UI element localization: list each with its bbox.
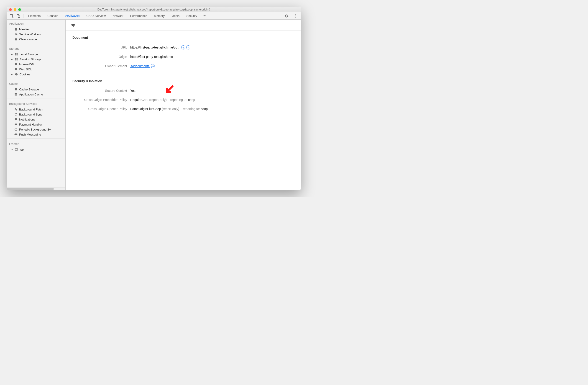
svg-rect-24 bbox=[16, 95, 17, 96]
svg-rect-13 bbox=[17, 60, 18, 61]
grid-icon bbox=[15, 57, 18, 61]
tab-console[interactable]: Console bbox=[44, 12, 62, 19]
copy-icon[interactable]: ⊖ bbox=[181, 45, 185, 49]
sidebar-item-manifest[interactable]: Manifest bbox=[7, 27, 65, 32]
sidebar-item-top-frame[interactable]: ▼ top bbox=[7, 147, 65, 152]
reveal-icon[interactable]: ⇅ bbox=[186, 45, 190, 49]
chevron-down-icon: ▼ bbox=[11, 148, 13, 151]
section-title-cache: Cache bbox=[7, 80, 65, 87]
svg-rect-8 bbox=[15, 54, 16, 56]
close-window-button[interactable] bbox=[9, 8, 12, 11]
maximize-window-button[interactable] bbox=[18, 8, 21, 11]
sidebar-item-periodic-sync[interactable]: Periodic Background Syn bbox=[7, 127, 65, 132]
sidebar-item-notifications[interactable]: Notifications bbox=[7, 117, 65, 122]
sidebar-item-label: Push Messaging bbox=[19, 133, 41, 136]
svg-rect-2 bbox=[18, 15, 20, 18]
divider bbox=[7, 138, 65, 139]
settings-icon[interactable] bbox=[283, 14, 290, 18]
label-owner: Owner Element bbox=[72, 64, 127, 68]
sync-icon bbox=[14, 112, 18, 116]
window-title: DevTools - first-party-test.glitch.me/co… bbox=[9, 8, 298, 11]
coop-note: (report-only) bbox=[162, 107, 179, 111]
more-tabs-icon[interactable] bbox=[201, 12, 209, 19]
sidebar-item-indexeddb[interactable]: IndexedDB bbox=[7, 62, 65, 67]
divider bbox=[7, 78, 65, 78]
coep-reporting-label: reporting to: bbox=[170, 98, 188, 102]
db-icon bbox=[14, 87, 18, 91]
scrollbar-thumb[interactable] bbox=[7, 188, 54, 190]
section-security-title: Security & Isolation bbox=[72, 79, 294, 83]
value-secure: Yes bbox=[130, 89, 135, 92]
owner-link[interactable]: <#document> bbox=[130, 64, 150, 68]
toolbar-right bbox=[283, 12, 301, 19]
svg-point-19 bbox=[16, 74, 17, 75]
traffic-lights bbox=[9, 8, 21, 11]
label-coop: Cross-Origin Opener Policy bbox=[72, 107, 127, 111]
svg-rect-28 bbox=[15, 149, 18, 150]
row-secure-context: Secure Context Yes bbox=[72, 86, 294, 95]
sidebar-item-session-storage[interactable]: ▶ Session Storage bbox=[7, 57, 65, 62]
frame-details-panel: top Document URL https://first-party-tes… bbox=[65, 20, 301, 190]
svg-rect-10 bbox=[15, 58, 16, 59]
sidebar-item-background-sync[interactable]: Background Sync bbox=[7, 112, 65, 117]
inspect-element-icon[interactable] bbox=[8, 12, 15, 19]
device-toggle-icon[interactable] bbox=[15, 12, 22, 19]
sidebar-item-cache-storage[interactable]: Cache Storage bbox=[7, 87, 65, 92]
svg-point-18 bbox=[17, 74, 17, 74]
sidebar-item-label: Service Workers bbox=[19, 33, 41, 36]
tab-elements[interactable]: Elements bbox=[25, 12, 44, 19]
section-title-background: Background Services bbox=[7, 100, 65, 107]
sidebar-horizontal-scrollbar[interactable] bbox=[7, 188, 65, 190]
main-area: Application Manifest Service Workers Cle… bbox=[7, 20, 301, 190]
sidebar-item-payment-handler[interactable]: Payment Handler bbox=[7, 122, 65, 127]
svg-rect-21 bbox=[15, 93, 16, 94]
sidebar-item-service-workers[interactable]: Service Workers bbox=[7, 32, 65, 37]
sidebar-item-clear-storage[interactable]: Clear storage bbox=[7, 37, 65, 42]
svg-rect-6 bbox=[15, 53, 16, 54]
sidebar-item-websql[interactable]: Web SQL bbox=[7, 67, 65, 72]
section-title-frames: Frames bbox=[7, 140, 65, 147]
svg-rect-7 bbox=[17, 53, 18, 54]
sidebar-item-label: Periodic Background Syn bbox=[19, 128, 52, 131]
sidebar-item-application-cache[interactable]: Application Cache bbox=[7, 92, 65, 97]
sidebar-item-label: Background Fetch bbox=[19, 108, 43, 111]
svg-point-17 bbox=[16, 74, 16, 74]
tabs-bar: Elements Console Application CSS Overvie… bbox=[7, 12, 301, 20]
tab-security[interactable]: Security bbox=[183, 12, 201, 19]
sidebar-item-push-messaging[interactable]: Push Messaging bbox=[7, 132, 65, 137]
sidebar-item-label: Local Storage bbox=[20, 53, 38, 56]
sidebar-item-label: Session Storage bbox=[20, 58, 41, 61]
code-icon[interactable]: </> bbox=[151, 64, 155, 68]
coop-reporting-value: coop bbox=[201, 107, 208, 111]
row-coep: Cross-Origin Embedder Policy RequireCorp… bbox=[72, 95, 294, 104]
tab-css-overview[interactable]: CSS Overview bbox=[83, 12, 109, 19]
sidebar-item-cookies[interactable]: ▶ Cookies bbox=[7, 72, 65, 77]
sidebar-item-label: Notifications bbox=[19, 118, 35, 121]
row-owner-element: Owner Element <#document> </> bbox=[72, 61, 294, 71]
content-body: Document URL https://first-party-test.gl… bbox=[65, 31, 301, 190]
divider bbox=[65, 75, 301, 75]
tab-media[interactable]: Media bbox=[168, 12, 183, 19]
application-sidebar: Application Manifest Service Workers Cle… bbox=[7, 20, 65, 190]
tab-performance[interactable]: Performance bbox=[127, 12, 150, 19]
tab-network[interactable]: Network bbox=[109, 12, 127, 19]
content-header: top bbox=[65, 20, 301, 31]
label-coep: Cross-Origin Embedder Policy bbox=[72, 98, 127, 102]
svg-rect-11 bbox=[17, 58, 18, 59]
chevron-right-icon: ▶ bbox=[11, 58, 13, 61]
sidebar-item-local-storage[interactable]: ▶ Local Storage bbox=[7, 52, 65, 57]
panel-tabs: Elements Console Application CSS Overvie… bbox=[25, 12, 283, 19]
titlebar: DevTools - first-party-test.glitch.me/co… bbox=[7, 7, 301, 12]
sidebar-item-background-fetch[interactable]: Background Fetch bbox=[7, 107, 65, 112]
grid-icon bbox=[14, 92, 18, 96]
more-options-icon[interactable] bbox=[292, 14, 299, 18]
tab-application[interactable]: Application bbox=[62, 12, 83, 19]
minimize-window-button[interactable] bbox=[14, 8, 16, 11]
devtools-window: DevTools - first-party-test.glitch.me/co… bbox=[7, 7, 301, 190]
sidebar-item-label: Cookies bbox=[20, 73, 30, 76]
divider bbox=[7, 98, 65, 98]
cookie-icon bbox=[15, 72, 18, 76]
tab-memory[interactable]: Memory bbox=[150, 12, 168, 19]
coep-reporting-value: coep bbox=[188, 98, 195, 102]
annotation-arrow-icon bbox=[164, 85, 174, 95]
